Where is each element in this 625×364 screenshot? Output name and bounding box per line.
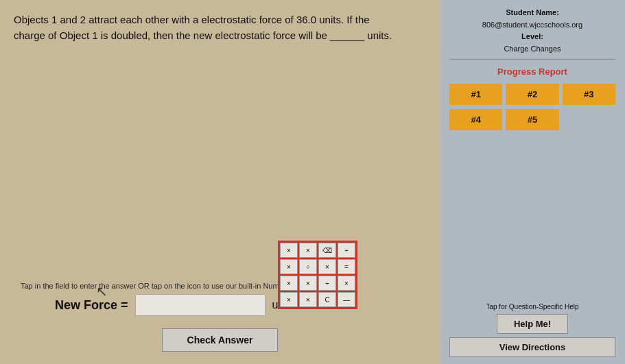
new-force-label: New Force = [55, 298, 128, 313]
view-directions-button[interactable]: View Directions [449, 337, 615, 357]
numpad-btn-5[interactable]: × [318, 259, 336, 274]
check-answer-button[interactable]: Check Answer [162, 328, 279, 352]
progress-grid: #1 #2 #3 [449, 84, 615, 105]
numpad-btn-backspace[interactable]: ⌫ [318, 243, 336, 258]
numpad-btn-3[interactable]: × [280, 259, 298, 274]
tap-help-text: Tap for Question-Specific Help [486, 303, 578, 311]
numpad-btn-10[interactable]: × [280, 292, 298, 307]
answer-row: New Force = units [14, 294, 426, 316]
left-panel: Objects 1 and 2 attract each other with … [0, 0, 440, 364]
question-text: Objects 1 and 2 attract each other with … [14, 12, 398, 43]
progress-btn-4[interactable]: #4 [449, 109, 502, 130]
check-answer-area: Check Answer [14, 328, 426, 352]
progress-empty [563, 109, 615, 130]
student-name-section: Student Name: 806@student.wjccschools.or… [449, 7, 615, 60]
help-me-button[interactable]: Help Me! [497, 314, 568, 334]
student-email: 806@student.wjccschools.org [449, 19, 615, 32]
numpad-btn-6[interactable]: × [280, 276, 298, 291]
progress-btn-row2: #4 #5 [449, 109, 615, 130]
numpad-btn-4[interactable]: ÷ [299, 259, 317, 274]
progress-btn-1[interactable]: #1 [449, 84, 502, 105]
numpad-btn-2[interactable]: × [299, 243, 317, 258]
student-name-label: Student Name: [449, 7, 615, 19]
help-section: Tap for Question-Specific Help Help Me! … [449, 303, 615, 357]
level-label: Level: [449, 31, 615, 43]
progress-report-title: Progress Report [449, 66, 615, 77]
numpad-btn-1[interactable]: × [280, 243, 298, 258]
numpad-btn-eq[interactable]: = [338, 259, 355, 274]
numpad-btn-clear[interactable]: C [318, 292, 336, 307]
answer-input[interactable] [135, 294, 266, 316]
numpad: × × ⌫ ÷ × ÷ × = × × ÷ × × × C — [278, 241, 357, 309]
numpad-btn-div1[interactable]: ÷ [338, 243, 355, 258]
numpad-btn-11[interactable]: × [299, 292, 317, 307]
right-panel: Student Name: 806@student.wjccschools.or… [440, 0, 625, 364]
numpad-btn-9[interactable]: × [338, 276, 355, 291]
numpad-btn-7[interactable]: × [299, 276, 317, 291]
numpad-btn-dash[interactable]: — [338, 292, 355, 307]
progress-btn-5[interactable]: #5 [506, 109, 558, 130]
progress-btn-3[interactable]: #3 [563, 84, 615, 105]
tap-instruction: Tap in the field to enter the answer OR … [14, 282, 426, 290]
progress-btn-2[interactable]: #2 [506, 84, 558, 105]
level-value: Charge Changes [449, 43, 615, 56]
numpad-btn-8[interactable]: ÷ [318, 276, 336, 291]
